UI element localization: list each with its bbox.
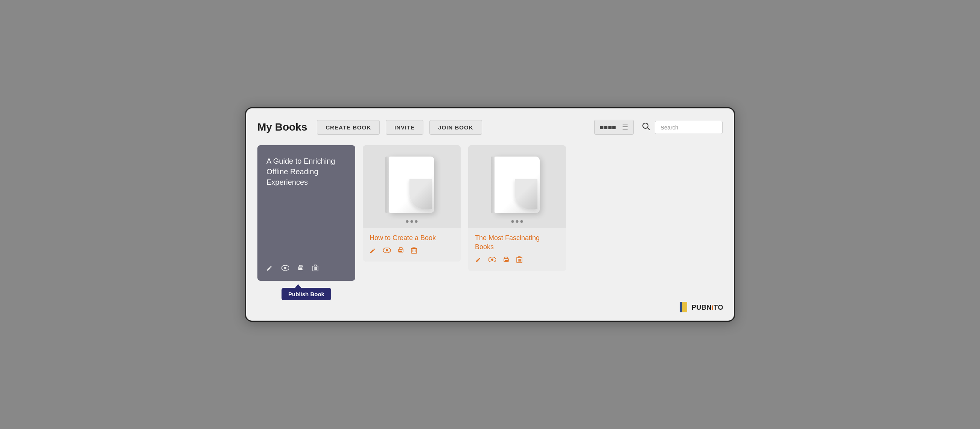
book-title-3[interactable]: The Most Fascinating Books <box>475 233 559 252</box>
edit-icon-2[interactable] <box>369 247 376 256</box>
book-cover-2 <box>363 145 461 228</box>
book-3d-3 <box>491 157 543 217</box>
book-card-2: How to Create a Book <box>363 145 461 262</box>
svg-rect-12 <box>314 265 317 266</box>
book-info-2: How to Create a Book <box>363 228 461 262</box>
page-title: My Books <box>258 121 307 133</box>
svg-point-25 <box>491 259 493 261</box>
delete-icon-3[interactable] <box>516 256 522 265</box>
dot-1 <box>406 220 409 223</box>
book-3d-2 <box>385 157 438 217</box>
book-fold-3 <box>515 179 538 209</box>
header: My Books CREATE BOOK INVITE JOIN BOOK ■■… <box>258 120 722 135</box>
svg-rect-37 <box>682 302 687 312</box>
book-card-3: The Most Fascinating Books <box>468 145 566 271</box>
logo-icon <box>678 301 689 314</box>
print-icon-2[interactable] <box>398 247 404 256</box>
book-title-1: A Guide to Enriching Offline Reading Exp… <box>258 145 355 187</box>
dot-1 <box>511 220 514 223</box>
search-icon-button[interactable] <box>640 120 652 135</box>
search-icon <box>642 122 650 130</box>
book-info-3: The Most Fascinating Books <box>468 228 566 271</box>
svg-rect-17 <box>399 251 402 252</box>
book-body-2 <box>389 157 434 213</box>
book-cover-3 <box>468 145 566 228</box>
svg-rect-27 <box>505 257 508 259</box>
tooltip-arrow <box>295 284 301 288</box>
dot-3 <box>415 220 418 223</box>
dots-menu-2[interactable] <box>406 220 418 223</box>
dot-3 <box>520 220 523 223</box>
book-fold-2 <box>409 179 432 209</box>
join-book-button[interactable]: JOIN BOOK <box>430 120 482 135</box>
svg-rect-16 <box>399 248 402 249</box>
svg-rect-34 <box>518 257 520 258</box>
delete-icon-1[interactable] <box>312 265 318 273</box>
tooltip-text[interactable]: Publish Book <box>282 288 331 300</box>
search-input[interactable] <box>655 121 722 134</box>
invite-button[interactable]: INVITE <box>386 120 423 135</box>
books-grid: A Guide to Enriching Offline Reading Exp… <box>258 145 722 281</box>
edit-icon-3[interactable] <box>475 256 482 265</box>
publish-tooltip: Publish Book <box>282 284 331 300</box>
view-toggle: ■■■■ ☰ <box>594 120 634 135</box>
svg-rect-23 <box>413 247 415 248</box>
svg-rect-38 <box>680 302 682 312</box>
list-view-icon[interactable]: ☰ <box>620 122 630 133</box>
book-title-2[interactable]: How to Create a Book <box>369 233 454 242</box>
svg-rect-5 <box>299 265 302 267</box>
view-icon-3[interactable] <box>488 256 496 265</box>
book-actions-3 <box>475 256 559 265</box>
dot-2 <box>516 220 519 223</box>
svg-point-14 <box>386 249 388 251</box>
dots-menu-3[interactable] <box>511 220 523 223</box>
svg-rect-6 <box>299 268 302 270</box>
search-area <box>640 120 722 135</box>
logo-text: PUBNiTO <box>692 304 723 311</box>
view-icon-1[interactable] <box>282 265 289 273</box>
book-actions-2 <box>369 247 454 256</box>
logo-accent: i <box>712 304 714 311</box>
logo-area: PUBNiTO <box>678 301 723 314</box>
svg-point-3 <box>284 267 286 269</box>
print-icon-3[interactable] <box>503 256 509 265</box>
grid-view-icon[interactable]: ■■■■ <box>598 122 619 133</box>
delete-icon-2[interactable] <box>411 247 417 256</box>
main-window: My Books CREATE BOOK INVITE JOIN BOOK ■■… <box>245 107 735 322</box>
svg-rect-28 <box>505 260 508 262</box>
edit-icon-1[interactable] <box>266 265 273 273</box>
view-icon-2[interactable] <box>383 247 391 256</box>
svg-line-1 <box>648 127 650 130</box>
book-card-1: A Guide to Enriching Offline Reading Exp… <box>258 145 355 281</box>
book-body-3 <box>495 157 540 213</box>
create-book-button[interactable]: CREATE BOOK <box>317 120 380 135</box>
print-icon-1[interactable] <box>298 265 304 273</box>
dot-2 <box>410 220 413 223</box>
book-actions-1 <box>258 258 355 281</box>
